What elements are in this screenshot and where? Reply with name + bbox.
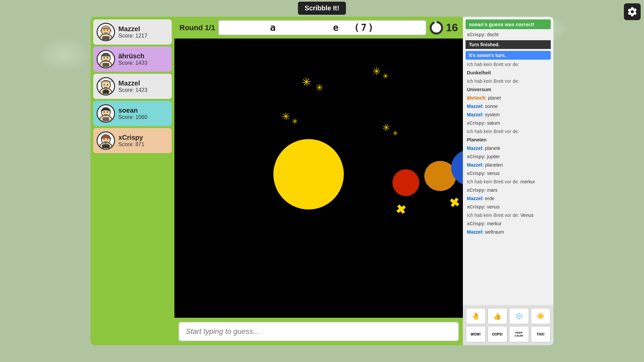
round-label: Round: [179, 23, 203, 32]
wow-reaction-button[interactable]: WOW!: [466, 326, 486, 343]
timer-circle: [430, 21, 443, 35]
chat-xcrispy-venus1: xCrispy: venus: [466, 169, 551, 178]
player-name-ahrisch: ährüsch: [118, 52, 147, 60]
chat-sender-mazzel3: Mazzel:: [467, 145, 484, 151]
chat-text: erde: [485, 196, 494, 201]
svg-point-27: [107, 138, 108, 140]
chat-text: weltraum: [485, 229, 504, 235]
reaction-bar: 🤚 👍 ❄️ ☀️ WOW! OOPS! KEEP CALM! THX!: [463, 305, 553, 345]
sun-reaction-button[interactable]: ☀️: [531, 308, 551, 324]
gear-icon: [627, 6, 638, 17]
chat-text: planeten: [485, 162, 503, 168]
chat-sender-mazzel: Mazzel:: [467, 104, 484, 109]
settings-button[interactable]: [624, 3, 641, 20]
chat-sender-system4: Ich hab kein Brett vor de:: [467, 179, 519, 184]
guess-input[interactable]: [178, 322, 459, 341]
chat-sender-system3: Ich hab kein Brett vor de:: [467, 129, 519, 134]
chat-sender-xcrispy3: xCrispy:: [467, 154, 486, 159]
chat-xcrispy-venus2: xCrispy: venus: [466, 203, 551, 211]
chat-sender-mazzel4: Mazzel:: [467, 162, 484, 168]
avatar-xcrispy: [97, 131, 115, 150]
guess-input-area: [174, 318, 463, 345]
game-header: Round 1/1 a e (7) 16: [174, 17, 463, 39]
player-info-mazzel2: Mazzel Score: 1423: [118, 79, 147, 93]
chat-text: mars: [487, 187, 497, 193]
bird-1: ✳: [301, 75, 313, 89]
svg-point-26: [104, 138, 105, 140]
thumbsup-reaction-button[interactable]: 👍: [487, 308, 508, 324]
player-card-mazzel-self: Mazzel Score: 1217: [93, 19, 172, 45]
thx-reaction-button[interactable]: THX!: [531, 326, 551, 343]
x-shape-1: ✖: [395, 202, 407, 218]
player-name-xcrispy: xCrispy: [118, 134, 144, 141]
chat-sender-mazzel6: Mazzel:: [467, 229, 484, 235]
svg-text:Ich hab kein Brett vor dem Kop: Ich hab kein Brett vor dem Kopf: [99, 80, 114, 83]
svg-rect-11: [103, 63, 109, 66]
chat-line-xcrispy-docht: xCrispy: docht: [466, 31, 551, 39]
chat-text: Venus: [521, 213, 534, 218]
chat-system-Venus: Ich hab kein Brett vor de: Venus: [466, 211, 551, 220]
avatar-mazzel2: Ich hab kein Brett vor dem Kopf: [97, 77, 115, 96]
chat-text: sonne: [485, 104, 498, 109]
chat-sender-xcrispy6: xCrispy:: [467, 204, 486, 209]
chat-system-1: Ich hab kein Brett vor de:: [466, 60, 551, 69]
player-info-soean: soean Score: 1060: [118, 107, 147, 120]
bird-4: ✳: [381, 71, 390, 82]
chat-text: docht: [487, 32, 498, 37]
chat-xcrispy-saturn: xCrispy: saturn: [466, 119, 551, 127]
svg-point-29: [104, 143, 108, 145]
drawing-canvas: ✳ ✳ ✳ ✳ ✳ ✳ ✳ ✳ ✳ ✳ ✖ ✖: [174, 39, 463, 318]
chat-dunkelheit: Dunkelheit: [466, 69, 551, 77]
player-score-soean: Score: 1060: [118, 114, 147, 120]
chat-mazzel-sonne: Mazzel: sonne: [466, 102, 551, 111]
chat-keyword2: Universum: [467, 87, 491, 92]
chat-sender: xCrispy:: [467, 32, 486, 37]
chat-ahrisch-planet: ährüsch: planet: [466, 94, 551, 102]
avatar-mazzel-self: [97, 23, 115, 41]
word-display: a e (7): [218, 20, 426, 35]
keepcalm-reaction-button[interactable]: KEEP CALM!: [509, 326, 529, 343]
chat-text: jupiter: [487, 154, 500, 159]
x-shape-2: ✖: [448, 195, 461, 211]
svg-point-9: [104, 57, 105, 58]
chat-planeten: Planeten: [466, 136, 551, 144]
avatar-ahrisch: [97, 50, 115, 68]
chat-sender-xcrispy2: xCrispy:: [467, 120, 486, 126]
players-panel: Mazzel Score: 1217 ährüsch Score: 143: [91, 17, 174, 345]
chat-messages: soean's guess was correct! xCrispy: doch…: [463, 17, 553, 305]
chat-text: merkur: [487, 221, 502, 226]
chat-sender-mazzel2: Mazzel:: [467, 112, 484, 117]
turn-finished-bar: Turn finished.: [466, 40, 551, 49]
chat-text: venus: [487, 204, 499, 209]
svg-point-18: [104, 89, 108, 91]
timer-display: 16: [430, 21, 458, 35]
chat-keyword3: Planeten: [467, 137, 486, 142]
bird-2: ✳: [314, 81, 324, 94]
svg-point-22: [107, 111, 108, 113]
its-soean-turn-bar: It's soean's turn.: [466, 51, 551, 60]
round-info: Round 1/1: [179, 23, 215, 32]
player-name-mazzel2: Mazzel: [118, 79, 147, 87]
chat-xcrispy-mars: xCrispy: mars: [466, 186, 551, 194]
round-current: 1/1: [205, 23, 215, 32]
bird-10: ✳: [391, 128, 399, 138]
player-score-mazzel-self: Score: 1217: [118, 33, 147, 39]
bird-9: ✳: [381, 121, 392, 134]
snowflake-reaction-button[interactable]: ❄️: [509, 308, 529, 324]
chat-keyword: Dunkelheit: [467, 70, 491, 75]
svg-point-21: [104, 111, 105, 113]
svg-point-15: [104, 84, 105, 85]
planet-mars: [392, 169, 419, 196]
wave-reaction-button[interactable]: 🤚: [466, 308, 486, 324]
chat-sender-xcrispy4: xCrispy:: [467, 171, 486, 176]
player-name-mazzel-self: Mazzel: [118, 25, 147, 33]
chat-text: saturn: [487, 120, 500, 126]
word-hint: a e (7): [270, 22, 375, 33]
player-info-xcrispy: xCrispy Score: 871: [118, 134, 144, 147]
bird-3: ✳: [372, 65, 381, 77]
oops-reaction-button[interactable]: OOPS!: [487, 326, 508, 343]
player-info-ahrisch: ährüsch Score: 1433: [118, 52, 147, 66]
chat-text: venus: [487, 171, 499, 176]
player-card-empty: [93, 155, 172, 343]
chat-panel: soean's guess was correct! xCrispy: doch…: [463, 17, 553, 345]
